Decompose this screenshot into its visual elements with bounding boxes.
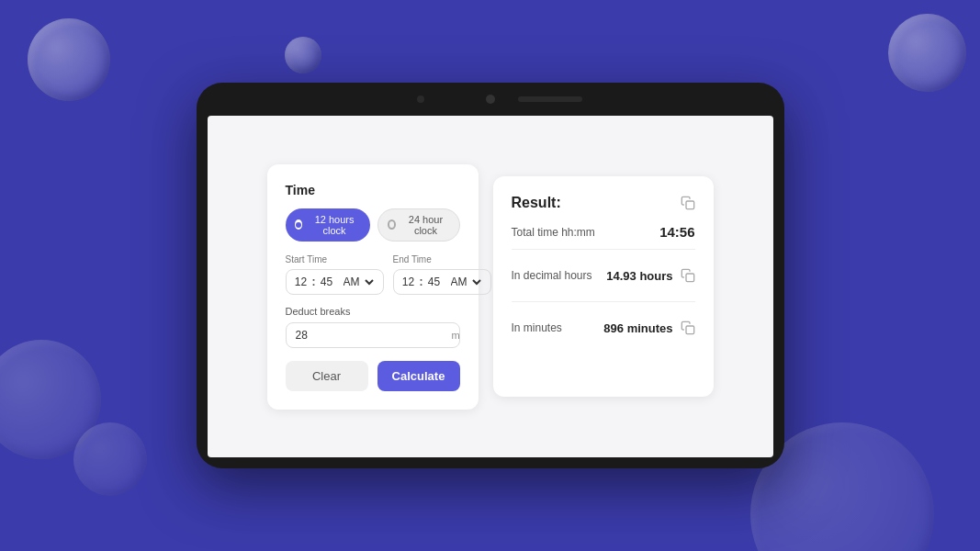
minutes-row: In minutes 896 minutes (512, 311, 695, 344)
decimal-hours-value-wrap: 14.93 hours (606, 268, 694, 283)
bubble-top-left (28, 18, 110, 101)
svg-rect-0 (686, 201, 694, 209)
minutes-value: 896 minutes (603, 321, 672, 335)
24-hour-label: 24 hour clock (401, 214, 449, 236)
deduct-breaks-label: Deduct breaks (286, 306, 460, 317)
radio-inactive-icon (388, 219, 397, 230)
total-time-label: Total time hh:mm (512, 226, 595, 239)
12-hour-label: 12 hours clock (308, 214, 360, 236)
end-time-group: End Time 12 : 45 AM PM (393, 254, 491, 295)
panel-title: Time (286, 183, 460, 197)
svg-rect-1 (686, 274, 694, 282)
result-panel: Result: Total time hh:mm 14:56 In decima… (493, 176, 714, 397)
bubble-top-right (888, 14, 966, 92)
copy-decimal-icon[interactable] (681, 268, 695, 283)
start-time-input[interactable]: 12 : 45 AM PM (286, 269, 384, 295)
radio-active-icon (295, 219, 303, 230)
copy-all-icon[interactable] (681, 196, 695, 210)
minutes-label: In minutes (512, 321, 562, 334)
tablet-speaker (518, 96, 582, 102)
12-hour-clock-button[interactable]: 12 hours clock (286, 208, 370, 242)
deduct-suffix: minutes (443, 324, 460, 346)
start-hours: 12 (293, 276, 310, 288)
end-period-select[interactable]: AM PM (445, 275, 484, 289)
result-title: Result: (512, 195, 561, 211)
start-minutes: 45 (319, 276, 335, 288)
24-hour-clock-button[interactable]: 24 hour clock (377, 208, 460, 242)
decimal-hours-value: 14.93 hours (606, 269, 672, 283)
end-minutes: 45 (426, 276, 443, 288)
clock-toggle-group: 12 hours clock 24 hour clock (286, 208, 460, 242)
tablet-screen: Time 12 hours clock 24 hour clock Start … (208, 116, 773, 457)
divider-1 (512, 249, 695, 250)
minutes-value-wrap: 896 minutes (603, 320, 694, 335)
time-calculator-panel: Time 12 hours clock 24 hour clock Start … (267, 164, 479, 410)
decimal-hours-label: In decimal hours (512, 269, 592, 282)
end-hours: 12 (400, 276, 417, 288)
tablet-top-bar (197, 83, 784, 116)
decimal-hours-row: In decimal hours 14.93 hours (512, 259, 695, 292)
total-time-value: 14:56 (659, 224, 694, 240)
result-header: Result: (512, 195, 695, 211)
start-time-group: Start Time 12 : 45 AM PM (286, 254, 384, 295)
deduct-breaks-input-wrap: minutes (286, 322, 460, 348)
end-time-input[interactable]: 12 : 45 AM PM (393, 269, 491, 295)
time-inputs-row: Start Time 12 : 45 AM PM End Time 12 (286, 254, 460, 295)
start-period-select[interactable]: AM PM (338, 275, 377, 289)
tablet-device: Time 12 hours clock 24 hour clock Start … (197, 83, 784, 468)
tablet-camera (486, 95, 495, 104)
start-time-label: Start Time (286, 254, 384, 264)
clear-button[interactable]: Clear (286, 361, 368, 391)
deduct-breaks-input[interactable] (287, 323, 443, 347)
svg-rect-2 (686, 326, 694, 334)
bubble-mid-left-2 (73, 422, 147, 496)
copy-minutes-icon[interactable] (681, 320, 695, 335)
end-time-label: End Time (393, 254, 491, 264)
divider-2 (512, 301, 695, 302)
bubble-top-middle (285, 37, 321, 73)
total-time-row: Total time hh:mm 14:56 (512, 224, 695, 240)
tablet-camera-left (417, 96, 424, 103)
calculate-button[interactable]: Calculate (377, 361, 460, 391)
action-buttons: Clear Calculate (286, 361, 460, 391)
